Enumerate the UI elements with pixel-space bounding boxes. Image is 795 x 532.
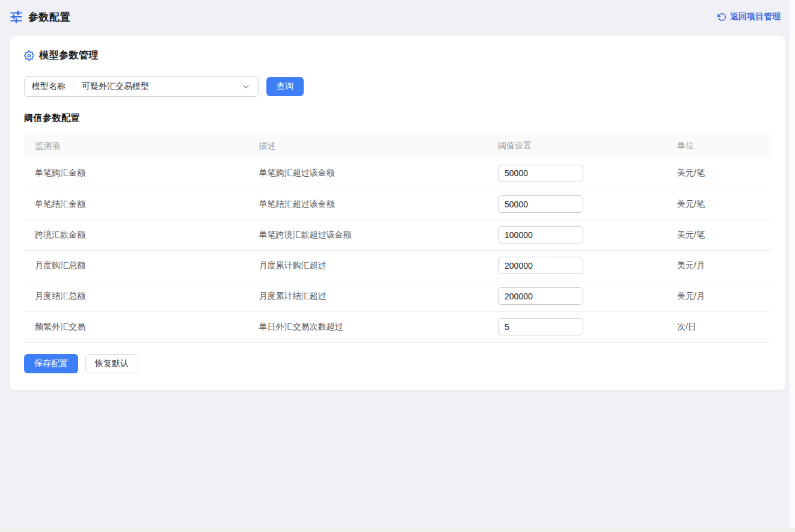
threshold-table: 监测项 描述 阈值设置 单位 单笔购汇金额 单笔购汇超过该金额 美元/笔 单笔结… — [24, 133, 771, 343]
page-title-group: 参数配置 — [10, 10, 70, 24]
threshold-value-cell — [487, 219, 666, 250]
threshold-input[interactable] — [498, 226, 583, 243]
back-to-project-link[interactable]: 返回项目管理 — [717, 11, 781, 22]
table-header-row: 监测项 描述 阈值设置 单位 — [24, 133, 771, 158]
column-header-item: 监测项 — [24, 133, 248, 158]
table-row: 频繁外汇交易 单日外汇交易次数超过 次/日 — [24, 311, 771, 342]
page-header: 参数配置 返回项目管理 — [0, 0, 795, 34]
monitor-item-cell: 月度购汇总额 — [24, 250, 248, 281]
table-row: 月度结汇总额 月度累计结汇超过 美元/月 — [24, 281, 771, 311]
monitor-item-cell: 月度结汇总额 — [24, 281, 248, 311]
threshold-value-cell — [487, 189, 666, 219]
column-header-value: 阈值设置 — [487, 133, 666, 158]
back-link-label: 返回项目管理 — [730, 11, 781, 22]
sliders-icon — [10, 10, 23, 23]
description-cell: 单日外汇交易次数超过 — [248, 311, 487, 342]
threshold-input[interactable] — [498, 287, 583, 305]
model-name-select[interactable]: 模型名称 可疑外汇交易模型 — [24, 76, 259, 97]
save-config-button[interactable]: 保存配置 — [24, 354, 78, 373]
page-title: 参数配置 — [28, 10, 70, 24]
chevron-down-icon — [241, 82, 251, 91]
threshold-value-cell — [487, 158, 666, 189]
table-row: 单笔结汇金额 单笔结汇超过该金额 美元/笔 — [24, 189, 771, 219]
description-cell: 月度累计结汇超过 — [248, 281, 487, 311]
description-cell: 单笔跨境汇款超过该金额 — [248, 219, 487, 250]
threshold-table-title: 阈值参数配置 — [24, 112, 771, 124]
description-cell: 单笔购汇超过该金额 — [248, 158, 487, 189]
window-bottom-edge — [0, 528, 795, 532]
restore-defaults-button[interactable]: 恢复默认 — [85, 354, 138, 373]
query-form-row: 模型名称 可疑外汇交易模型 查询 — [24, 76, 771, 97]
monitor-item-cell: 跨境汇款金额 — [24, 219, 248, 250]
threshold-value-cell — [487, 281, 666, 311]
unit-cell: 美元/笔 — [666, 189, 771, 219]
threshold-input[interactable] — [498, 195, 583, 213]
column-header-desc: 描述 — [248, 133, 487, 158]
rotate-ccw-icon — [717, 13, 726, 22]
section-title: 模型参数管理 — [39, 49, 99, 62]
unit-cell: 美元/笔 — [666, 158, 771, 189]
description-cell: 单笔结汇超过该金额 — [248, 189, 487, 219]
table-row: 单笔购汇金额 单笔购汇超过该金额 美元/笔 — [24, 158, 771, 189]
gear-icon — [24, 50, 34, 61]
query-button[interactable]: 查询 — [266, 77, 304, 96]
threshold-input[interactable] — [498, 257, 583, 274]
model-name-select-label: 模型名称 — [25, 81, 73, 92]
actions-row: 保存配置 恢复默认 — [24, 354, 771, 373]
section-header: 模型参数管理 — [24, 49, 771, 62]
threshold-value-cell — [487, 250, 666, 281]
monitor-item-cell: 频繁外汇交易 — [24, 311, 248, 342]
monitor-item-cell: 单笔购汇金额 — [24, 158, 248, 189]
threshold-input[interactable] — [498, 165, 583, 182]
table-row: 跨境汇款金额 单笔跨境汇款超过该金额 美元/笔 — [24, 219, 771, 250]
description-cell: 月度累计购汇超过 — [248, 250, 487, 281]
model-name-select-value: 可疑外汇交易模型 — [73, 81, 241, 92]
vertical-scrollbar-track[interactable] — [790, 0, 795, 528]
threshold-value-cell — [487, 311, 666, 342]
unit-cell: 美元/月 — [666, 281, 771, 311]
model-parameter-panel: 模型参数管理 模型名称 可疑外汇交易模型 查询 阈值参数配置 监测项 描述 阈值… — [10, 36, 785, 390]
column-header-unit: 单位 — [666, 133, 771, 158]
monitor-item-cell: 单笔结汇金额 — [24, 189, 248, 219]
table-row: 月度购汇总额 月度累计购汇超过 美元/月 — [24, 250, 771, 281]
unit-cell: 美元/月 — [666, 250, 771, 281]
threshold-input[interactable] — [498, 318, 583, 335]
unit-cell: 美元/笔 — [666, 219, 771, 250]
unit-cell: 次/日 — [666, 311, 771, 342]
